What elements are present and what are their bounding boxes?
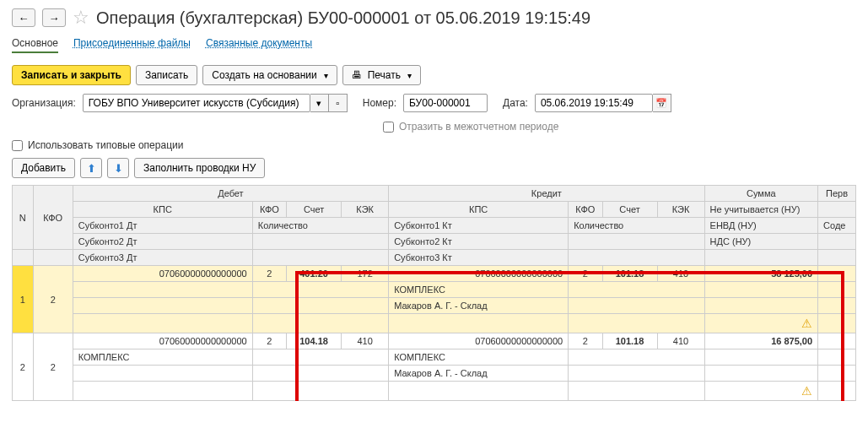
col-kek-c: КЭК <box>657 202 704 218</box>
table-row[interactable]: 1 2 07060000000000000 2 401.20 172 07060… <box>13 266 856 282</box>
date-input[interactable] <box>535 94 653 112</box>
date-label: Дата: <box>503 97 528 109</box>
col-sub3k: Субконто3 Кт <box>389 250 569 266</box>
tab-main[interactable]: Основное <box>12 37 58 53</box>
col-not-nu: Не учитывается (НУ) <box>704 202 818 218</box>
col-n: N <box>13 186 34 250</box>
col-perv: Перв <box>818 186 856 202</box>
table-row[interactable]: Макаров А. Г. - Склад <box>13 366 856 382</box>
col-sub1d: Субконто1 Дт <box>73 218 252 234</box>
col-sum: Сумма <box>704 186 818 202</box>
print-button[interactable]: Печать <box>342 65 421 85</box>
interperiod-checkbox[interactable] <box>383 122 394 133</box>
table-row[interactable]: Макаров А. Г. - Склад <box>13 298 856 314</box>
tab-files[interactable]: Присоединенные файлы <box>73 37 191 53</box>
use-typical-checkbox[interactable] <box>12 140 23 151</box>
page-title: Операция (бухгалтерская) БУ00-000001 от … <box>96 8 590 28</box>
tab-related-docs[interactable]: Связанные документы <box>206 37 312 53</box>
move-up-button[interactable]: ⬆ <box>80 158 102 178</box>
col-sod: Соде <box>818 218 856 234</box>
nav-back-button[interactable]: ← <box>12 8 35 27</box>
print-icon <box>352 69 364 81</box>
fill-nu-button[interactable]: Заполнить проводки НУ <box>134 158 265 178</box>
col-credit: Кредит <box>389 186 704 202</box>
save-close-button[interactable]: Записать и закрыть <box>12 65 131 85</box>
warning-icon: ⚠ <box>801 317 812 330</box>
add-button[interactable]: Добавить <box>12 158 75 178</box>
col-sub3d: Субконто3 Дт <box>73 250 252 266</box>
create-based-button[interactable]: Создать на основании <box>202 65 337 85</box>
save-button[interactable]: Записать <box>136 65 197 85</box>
col-qty-c: Количество <box>569 218 704 234</box>
org-dropdown-button[interactable]: ▾ <box>310 94 329 112</box>
col-debit: Дебет <box>73 186 388 202</box>
col-kps-c: КПС <box>389 202 569 218</box>
col-acct-d: Счет <box>287 202 342 218</box>
nav-forward-button[interactable]: → <box>42 8 66 27</box>
col-envd: ЕНВД (НУ) <box>704 218 818 234</box>
col-acct-c: Счет <box>602 202 657 218</box>
org-input[interactable] <box>83 94 310 112</box>
col-kfo-d: КФО <box>252 202 286 218</box>
col-nds: НДС (НУ) <box>704 234 818 250</box>
entries-grid[interactable]: N КФО Дебет Кредит Сумма Перв КПС КФО Сч… <box>12 185 856 401</box>
number-label: Номер: <box>363 97 396 109</box>
col-kek-d: КЭК <box>342 202 389 218</box>
use-typical-label: Использовать типовые операции <box>28 139 183 151</box>
col-sub2d: Субконто2 Дт <box>73 234 252 250</box>
table-row[interactable]: ⚠ <box>13 382 856 401</box>
table-row[interactable]: 2 2 07060000000000000 2 104.18 410 07060… <box>13 333 856 349</box>
col-sub1k: Субконто1 Кт <box>389 218 569 234</box>
arrow-down-icon: ⬇ <box>114 162 123 175</box>
col-qty-d: Количество <box>252 218 388 234</box>
number-input[interactable] <box>403 94 488 112</box>
org-open-button[interactable]: ▫ <box>329 94 348 112</box>
org-label: Организация: <box>12 97 76 109</box>
col-sub2k: Субконто2 Кт <box>389 234 569 250</box>
col-kfo: КФО <box>33 186 73 250</box>
arrow-up-icon: ⬆ <box>87 162 96 175</box>
table-row[interactable]: КОМПЛЕКС КОМПЛЕКС <box>13 349 856 366</box>
interperiod-label: Отразить в межотчетном периоде <box>399 121 558 133</box>
star-icon[interactable]: ☆ <box>73 7 89 29</box>
col-kps-d: КПС <box>73 202 252 218</box>
move-down-button[interactable]: ⬇ <box>107 158 129 178</box>
warning-icon: ⚠ <box>801 384 812 398</box>
table-row[interactable]: КОМПЛЕКС <box>13 282 856 298</box>
table-row[interactable]: ⚠ <box>13 314 856 333</box>
col-kfo-c: КФО <box>569 202 602 218</box>
calendar-button[interactable] <box>653 94 671 112</box>
